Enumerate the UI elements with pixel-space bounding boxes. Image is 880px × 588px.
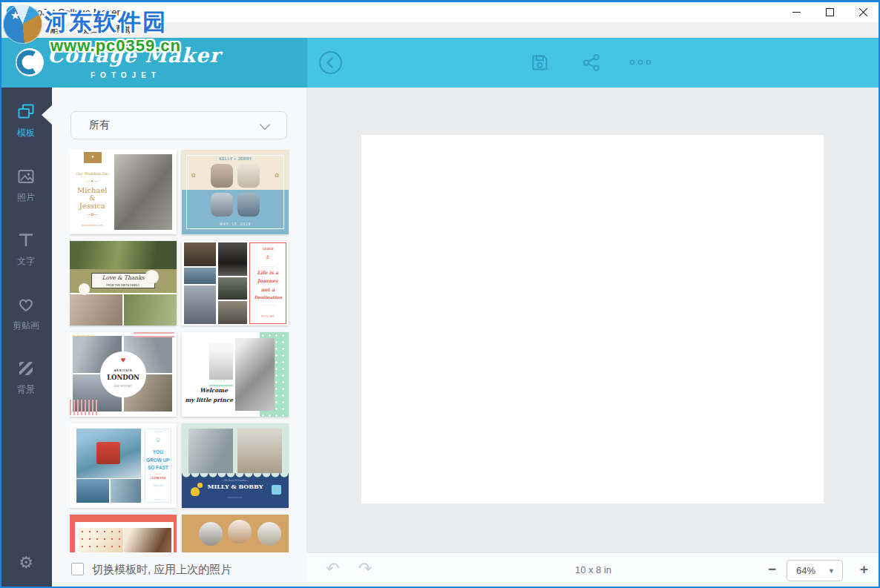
template-photo-block	[182, 473, 289, 478]
template-label: www.fotojet.com	[72, 223, 113, 227]
more-options-button[interactable]	[628, 50, 653, 75]
template-photo-block	[257, 522, 281, 546]
canvas-artboard[interactable]	[361, 135, 824, 503]
sidebar-item-templates[interactable]: 模板	[0, 102, 52, 145]
template-photo-block	[96, 442, 120, 464]
template-label: Life is a	[252, 271, 285, 276]
template-label: Michael	[72, 186, 113, 195]
template-label: ♥	[107, 355, 139, 365]
text-icon	[16, 231, 36, 253]
share-button[interactable]	[579, 50, 604, 75]
template-label: FROM THE SMITH FAMILY	[92, 284, 154, 287]
template-label: ✿	[188, 172, 199, 179]
template-thumb-wedding-michael-jessica[interactable]: ♦Our Wedding Day— ♥ —Michael&Jessica—✿—w…	[70, 150, 177, 234]
brand-subtitle: FOTOJET	[91, 71, 161, 79]
settings-gear-icon[interactable]: ⚙	[0, 555, 52, 571]
template-label: ♦	[84, 154, 102, 159]
template-label: MAY. 15. 2018	[203, 222, 267, 226]
menu-item-window[interactable]: 窗口	[73, 22, 108, 38]
template-photo-block	[191, 487, 200, 497]
app-logo-icon	[7, 6, 19, 19]
template-photo-block	[218, 277, 247, 300]
sidebar-item-label: 文字	[17, 255, 35, 268]
menu-item-file[interactable]: 文件	[3, 22, 38, 38]
zoom-in-button[interactable]: +	[860, 561, 868, 578]
template-thumb-wedding-kelly-jerry[interactable]: KELLY + JERRY✿✿MAY. 15. 2018	[182, 150, 289, 234]
menu-bar: 文件编辑窗口帮助	[0, 22, 880, 38]
template-label: LONDON	[99, 374, 146, 382]
app-window: FotoJet Collage Maker 文件编辑窗口帮助 Collage M…	[0, 0, 880, 588]
template-label: —✿—	[72, 212, 113, 217]
template-label: ▪ ▪ ▪ ▪ ▪ ▪	[145, 430, 171, 432]
sidebar-item-text[interactable]: 文字	[0, 231, 52, 274]
zoom-out-button[interactable]: −	[768, 561, 776, 578]
template-label: ——	[145, 472, 171, 475]
templates-panel: 所有 ♦Our Wedding Day— ♥ —Michael&Jessica—…	[52, 87, 306, 588]
template-thumb-welcome-little-prince[interactable]: F O T O J E TWelcomemy little prince	[182, 332, 289, 417]
template-photo-block	[209, 343, 233, 380]
template-label: my little prince	[183, 397, 235, 404]
maximize-button[interactable]	[813, 2, 847, 22]
main-area: ⚙ 模板照片文字剪贴画背景 所有 ♦Our Wedding Day— ♥ —Mi…	[0, 87, 880, 588]
template-photo-block	[218, 301, 247, 324]
sidebar-item-label: 照片	[17, 191, 35, 204]
template-photo-block	[70, 400, 99, 415]
menu-item-edit[interactable]: 编辑	[38, 22, 73, 38]
template-thumb-arrive-in-london[interactable]: ▲▲▲▲▲♥A R R I V E I NLONDON2018 / FOTOJE…	[70, 332, 177, 417]
template-photo-block	[237, 429, 282, 473]
template-label: ▲▲▲▲▲	[72, 333, 115, 337]
template-label: MILLY & BOBBY	[201, 483, 269, 490]
template-label: ✿	[272, 172, 282, 179]
close-button[interactable]	[847, 2, 880, 22]
template-thumb-journey-not-destination[interactable]: 12/2018⚓···············Life is aJourneyn…	[182, 241, 289, 326]
template-photo-block	[218, 242, 247, 275]
template-label: — We Grow Up Together —	[208, 479, 262, 481]
template-photo-block	[235, 338, 275, 411]
save-button[interactable]	[527, 50, 552, 75]
template-thumb-food-collage-tan[interactable]	[182, 515, 289, 552]
template-photo-block	[184, 285, 216, 323]
template-thumb-milly-and-bobby[interactable]: — We Grow Up Together —MILLY & BOBBY♥www…	[182, 423, 289, 508]
template-grid: ♦Our Wedding Day— ♥ —Michael&Jessica—✿—w…	[70, 150, 289, 552]
template-photo-block	[124, 294, 177, 326]
apply-last-photos-checkbox[interactable]	[71, 563, 84, 575]
sidebar-item-background[interactable]: 背景	[0, 359, 52, 402]
template-photo-block	[186, 155, 284, 229]
zoom-level-select[interactable]: 64% ▼	[787, 560, 843, 581]
sidebar-item-clipart[interactable]: 剪贴画	[0, 295, 52, 338]
template-photo-block	[184, 268, 216, 284]
template-photo-block	[211, 164, 233, 188]
template-label: SO FAST	[143, 465, 172, 470]
template-label: 12/2018	[252, 247, 285, 251]
header: Collage Maker FOTOJET	[0, 38, 880, 87]
brand-title: Collage Maker	[47, 44, 220, 67]
window-title: FotoJet Collage Maker	[23, 7, 120, 18]
sidebar: ⚙ 模板照片文字剪贴画背景	[0, 87, 52, 588]
collage-maker-logo-icon	[15, 47, 45, 80]
back-button[interactable]	[318, 50, 343, 75]
minimize-button[interactable]	[780, 2, 813, 22]
template-photo-block	[70, 241, 177, 271]
sidebar-item-photos[interactable]: 照片	[0, 167, 52, 210]
template-label: ☺	[145, 436, 171, 443]
template-filter-dropdown[interactable]: 所有	[70, 111, 287, 139]
template-thumb-food-collage-red[interactable]	[70, 515, 177, 552]
menu-item-help[interactable]: 帮助	[108, 22, 142, 38]
template-label: Jessica	[72, 202, 113, 211]
template-label: Destination	[252, 295, 285, 300]
template-thumb-you-grow-up-so-fast[interactable]: ▪ ▪ ▪ ▪ ▪ ▪☺YOUGROW UPSO FAST——I LOVE YO…	[70, 423, 177, 508]
window-frame-top	[0, 0, 880, 2]
template-label: A R R I V E I N	[99, 369, 146, 372]
template-photo-block	[111, 479, 142, 503]
template-photo-block	[79, 283, 91, 295]
template-photo-block	[237, 164, 260, 188]
panel-footer: 切换模板时, 应用上次的照片	[52, 552, 306, 588]
template-label: GROW UP	[143, 457, 172, 463]
window-frame-left	[0, 0, 1, 588]
background-icon	[16, 359, 36, 381]
template-photo-block	[209, 385, 233, 387]
sidebar-item-label: 模板	[17, 127, 35, 139]
status-bar: ↶ ↷ 10 x 8 in − 64% ▼ +	[306, 552, 880, 588]
template-thumb-love-and-thanks[interactable]: Love & ThanksFROM THE SMITH FAMILY	[70, 241, 177, 326]
template-photo-block	[76, 479, 109, 503]
